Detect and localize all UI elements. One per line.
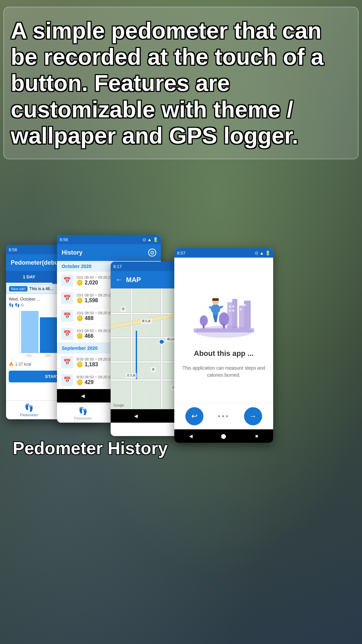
svg-rect-9 [244,304,246,306]
history-gear-icon[interactable]: ⚙ [148,249,156,257]
tab-1day[interactable]: 1 DAY [6,271,52,284]
map-label: 条 [151,367,156,372]
about-recent-sys-btn[interactable]: ■ [253,432,261,440]
fire-icon: 🔥 [9,362,14,367]
pedometer-nav-icon: 👣 [24,404,34,412]
about-forward-button[interactable]: → [244,407,262,425]
about-time: 8:57 [177,251,185,256]
step-count: 0 [21,303,23,308]
map-label: 東九条 [141,319,152,324]
history-item-calendar-icon: 📅 [61,274,73,286]
svg-rect-6 [229,310,231,312]
about-nav-dots: ••• [218,412,230,421]
svg-rect-17 [212,298,219,301]
history-status-bar: 8:56 ⊙ ▲ 🔋 [57,235,161,244]
map-title: MAP [126,276,141,284]
about-back-button[interactable]: ↩ [185,407,203,425]
history-title: History [62,249,82,256]
stat-kcal: 🔥 1.37 kcal [9,362,31,367]
map-label: 宿 [121,307,126,312]
map-back-btn[interactable]: ◀ [132,412,140,420]
coin-icon: 🪙 [76,333,83,339]
map-label: 京九条 [126,373,137,378]
kcal-value: 1.37 kcal [15,362,31,367]
pedometer-history-label: Pedometer History [13,438,168,458]
achievement-text: This is a 46... [29,286,53,291]
history-item-calendar-icon: 📅 [61,292,73,304]
svg-rect-8 [240,308,242,310]
svg-rect-4 [229,306,231,308]
history-header: History ⚙ [57,244,161,261]
about-illustration [194,282,254,342]
svg-rect-18 [213,306,218,316]
map-back-arrow[interactable]: ← [115,275,123,284]
coin-icon: 🪙 [76,298,83,303]
achievement-badge: Nice job! [9,286,27,291]
history-item-calendar-icon: 📅 [61,310,73,322]
history-nav-pedometer[interactable]: 👣 Pedometer [57,404,109,423]
svg-rect-7 [232,310,234,312]
map-time: 8:17 [113,264,122,269]
about-status-bar: 8:57 ⊙ ▲ 🔋 [174,248,273,258]
about-body: About this app ... This application can … [174,258,273,403]
hero-text: A simple pedometer that can be recorded … [11,17,351,149]
history-item-calendar-icon: 📅 [61,356,73,368]
history-item-calendar-icon: 📅 [61,374,73,386]
map-road [131,288,133,409]
map-route [136,331,137,379]
about-bottom-nav: ↩ ••• → [174,403,273,429]
bar-2 [40,317,57,353]
coin-icon: 🪙 [76,362,83,367]
coin-icon: 🪙 [76,280,83,285]
history-item-calendar-icon: 📅 [61,328,73,340]
about-back-sys-btn[interactable]: ◀ [187,432,195,440]
map-road [161,288,163,409]
history-status-icons: ⊙ ▲ 🔋 [142,237,158,242]
svg-rect-1 [232,299,237,329]
pedometer-nav-label: Pedometer [20,413,38,417]
screen-about: 8:57 ⊙ ▲ 🔋 [174,248,273,443]
back-btn[interactable]: ◀ [79,392,87,400]
pedometer-time: 8:56 [9,247,17,252]
history-time: 8:56 [60,237,68,242]
svg-point-23 [195,326,252,338]
about-home-sys-btn[interactable]: ⬤ [220,432,228,440]
pedometer-title: Pedometer(debug) [11,259,64,266]
about-title: About this app ... [194,349,253,358]
about-description: This application can measure steps and c… [181,365,266,379]
bar-1 [21,311,39,353]
svg-rect-5 [232,306,234,308]
hero-section: A simple pedometer that can be recorded … [3,7,359,159]
coin-icon: 🪙 [76,315,83,321]
svg-point-12 [200,315,208,326]
about-sys-nav: ◀ ⬤ ■ [174,429,273,443]
google-map-label: Google [113,404,124,407]
coin-icon: 🪙 [76,379,83,385]
footstep-icon: 👣 👣 [9,303,20,308]
svg-point-10 [219,312,229,326]
nav-pedometer[interactable]: 👣 Pedometer [6,401,52,419]
